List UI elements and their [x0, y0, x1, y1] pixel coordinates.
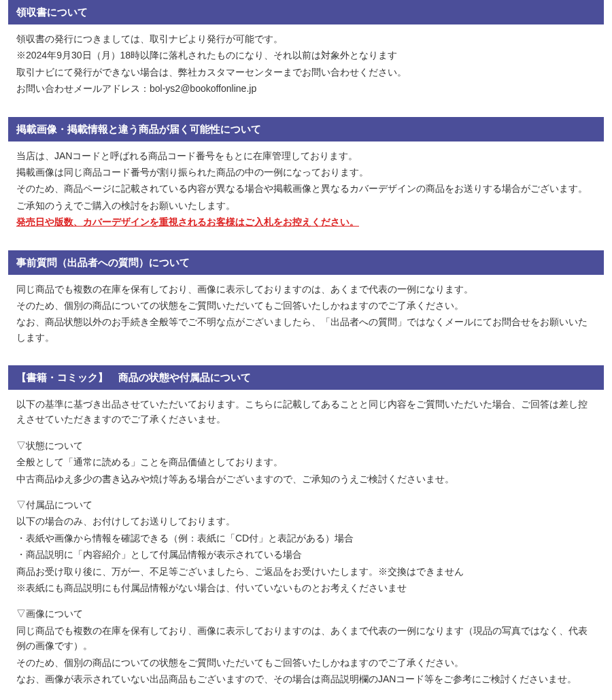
- paragraph: ▽画像について: [16, 606, 596, 621]
- paragraph: 全般として「通常に読める」ことを商品価値としております。: [16, 454, 596, 469]
- spacer: [16, 597, 596, 606]
- paragraph: ・表紙や画像から情報を確認できる（例：表紙に「CD付」と表記がある）場合: [16, 531, 596, 546]
- section-body: 以下の基準に基づき出品させていただいております。こちらに記載してあることと同じ内…: [8, 390, 604, 700]
- paragraph: 商品お受け取り後に、万が一、不足等ございましたら、ご返品をお受けいたします。※交…: [16, 564, 596, 579]
- paragraph: 同じ商品でも複数の在庫を保有しており、画像に表示しておりますのは、あくまで代表の…: [16, 623, 596, 654]
- paragraph: そのため、商品ページに記載されている内容が異なる場合や掲載画像と異なるカバーデザ…: [16, 181, 596, 196]
- section-3: 【書籍・コミック】 商品の状態や付属品について以下の基準に基づき出品させていただ…: [8, 365, 604, 700]
- paragraph: そのため、個別の商品についての状態をご質問いただいてもご回答いたしかねますのでご…: [16, 655, 596, 670]
- paragraph: ▽状態について: [16, 438, 596, 453]
- paragraph: そのため、個別の商品についての状態をご質問いただいてもご回答いたしかねますのでご…: [16, 298, 596, 313]
- spacer: [16, 488, 596, 497]
- section-header: 【書籍・コミック】 商品の状態や付属品について: [8, 365, 604, 390]
- section-0: 領収書について領収書の発行につきましては、取引ナビより発行が可能です。※2024…: [8, 0, 604, 101]
- paragraph: ▽付属品について: [16, 497, 596, 512]
- section-header: 事前質問（出品者への質問）について: [8, 250, 604, 275]
- paragraph: 領収書の発行につきましては、取引ナビより発行が可能です。: [16, 31, 596, 46]
- section-2: 事前質問（出品者への質問）について同じ商品でも複数の在庫を保有しており、画像に表…: [8, 250, 604, 350]
- section-header: 掲載画像・掲載情報と違う商品が届く可能性について: [8, 117, 604, 141]
- paragraph: 発売日や版数、カバーデザインを重視されるお客様はご入札をお控えください。: [16, 214, 596, 229]
- paragraph: ▽その他: [16, 697, 596, 700]
- spacer: [16, 688, 596, 697]
- paragraph: 当店は、JANコードと呼ばれる商品コード番号をもとに在庫管理しております。: [16, 148, 596, 163]
- section-header: 領収書について: [8, 0, 604, 24]
- section-1: 掲載画像・掲載情報と違う商品が届く可能性について当店は、JANコードと呼ばれる商…: [8, 117, 604, 234]
- paragraph: ご承知のうえでご購入の検討をお願いいたします。: [16, 198, 596, 213]
- paragraph: 取引ナビにて発行ができない場合は、弊社カスタマーセンターまでお問い合わせください…: [16, 65, 596, 80]
- paragraph: 同じ商品でも複数の在庫を保有しており、画像に表示しておりますのは、あくまで代表の…: [16, 282, 596, 297]
- section-body: 同じ商品でも複数の在庫を保有しており、画像に表示しておりますのは、あくまで代表の…: [8, 275, 604, 350]
- paragraph: なお、画像が表示されていない出品商品もございますので、その場合は商品説明欄のJA…: [16, 671, 596, 686]
- paragraph: ・商品説明に「内容紹介」として付属品情報が表示されている場合: [16, 547, 596, 562]
- paragraph: 掲載画像は同じ商品コード番号が割り振られた商品の中の一例になっております。: [16, 165, 596, 180]
- paragraph: ※表紙にも商品説明にも付属品情報がない場合は、付いていないものとお考えくださいま…: [16, 580, 596, 595]
- paragraph: 中古商品ゆえ多少の書き込みや焼け等ある場合がございますので、ご承知のうえご検討く…: [16, 471, 596, 486]
- paragraph: ※2024年9月30日（月）18時以降に落札されたものになり、それ以前は対象外と…: [16, 48, 596, 63]
- emphasis-text: 発売日や版数、カバーデザインを重視されるお客様はご入札をお控えください。: [16, 216, 359, 227]
- paragraph: なお、商品状態以外のお手続き全般等でご不明な点がございましたら、「出品者への質問…: [16, 314, 596, 345]
- section-body: 当店は、JANコードと呼ばれる商品コード番号をもとに在庫管理しております。掲載画…: [8, 141, 604, 234]
- paragraph: お問い合わせメールアドレス：bol-ys2@bookoffonline.jp: [16, 81, 596, 96]
- spacer: [16, 429, 596, 438]
- section-body: 領収書の発行につきましては、取引ナビより発行が可能です。※2024年9月30日（…: [8, 24, 604, 101]
- paragraph: 以下の基準に基づき出品させていただいております。こちらに記載してあることと同じ内…: [16, 397, 596, 427]
- paragraph: 以下の場合のみ、お付けしてお送りしております。: [16, 514, 596, 529]
